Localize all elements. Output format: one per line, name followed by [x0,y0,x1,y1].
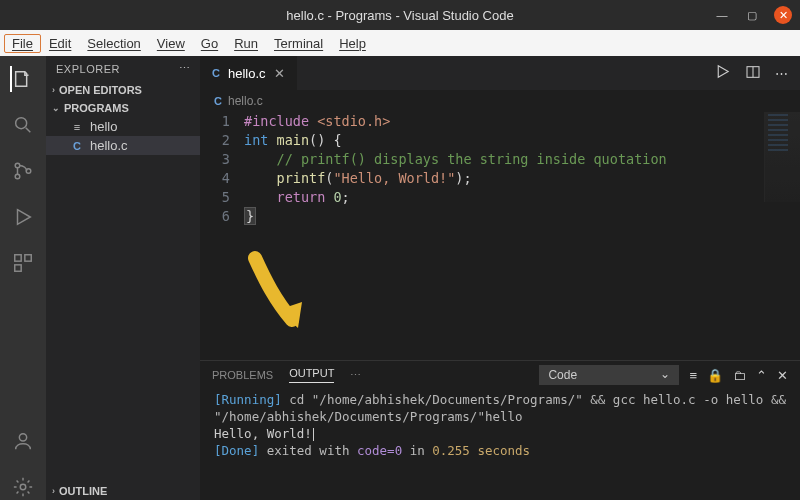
svg-point-0 [16,118,27,129]
panel-tabs-more-icon[interactable]: ⋯ [350,369,361,382]
window-controls: — ▢ ✕ [714,6,792,24]
search-icon[interactable] [10,112,36,138]
extensions-icon[interactable] [10,250,36,276]
tab-close-icon[interactable]: ✕ [274,66,285,81]
output-body[interactable]: [Running] cd "/home/abhishek/Documents/P… [200,385,800,465]
menu-view[interactable]: View [149,34,193,53]
c-file-icon: C [214,95,222,107]
accounts-icon[interactable] [10,428,36,454]
maximize-icon[interactable]: ▢ [744,7,760,23]
output-cursor [313,428,314,441]
menu-edit[interactable]: Edit [41,34,79,53]
line-gutter: 123456 [200,112,244,360]
menubar: File Edit Selection View Go Run Terminal… [0,30,800,56]
svg-point-1 [15,163,20,168]
sidebar-title: EXPLORER [56,63,120,75]
file-hello[interactable]: ≡hello [46,117,200,136]
panel-tab-output[interactable]: OUTPUT [289,367,334,383]
panel-close-icon[interactable]: ✕ [777,368,788,383]
run-debug-icon[interactable] [10,204,36,230]
sidebar: EXPLORER ⋯ ›OPEN EDITORS ⌄PROGRAMS ≡hell… [46,56,200,500]
explorer-icon[interactable] [10,66,36,92]
editor-more-icon[interactable]: ⋯ [775,66,788,81]
tab-hello-c[interactable]: C hello.c ✕ [200,56,298,90]
outline-section[interactable]: ›OUTLINE [46,482,200,500]
code-content[interactable]: #include <stdio.h>int main() { // printf… [244,112,800,360]
split-editor-icon[interactable] [745,64,761,83]
menu-go[interactable]: Go [193,34,226,53]
filter-icon[interactable]: ≡ [689,368,697,383]
lock-icon[interactable]: 🔒 [707,368,723,383]
minimap[interactable] [764,112,800,202]
svg-point-2 [15,174,20,179]
project-section[interactable]: ⌄PROGRAMS [46,99,200,117]
panel-tab-problems[interactable]: PROBLEMS [212,369,273,381]
file-hello-c[interactable]: Chello.c [46,136,200,155]
menu-terminal[interactable]: Terminal [266,34,331,53]
svg-rect-6 [15,265,21,271]
svg-rect-5 [25,255,31,261]
svg-point-8 [20,484,26,490]
menu-run[interactable]: Run [226,34,266,53]
settings-gear-icon[interactable] [10,474,36,500]
menu-file[interactable]: File [4,34,41,53]
c-file-icon: C [70,140,84,152]
clear-output-icon[interactable]: 🗀 [733,368,746,383]
menu-help[interactable]: Help [331,34,374,53]
titlebar: hello.c - Programs - Visual Studio Code … [0,0,800,30]
source-control-icon[interactable] [10,158,36,184]
activity-bar [0,56,46,500]
output-channel-dropdown[interactable]: Code [539,365,679,385]
window-title: hello.c - Programs - Visual Studio Code [286,8,513,23]
code-editor[interactable]: 123456 #include <stdio.h>int main() { //… [200,112,800,360]
open-editors-section[interactable]: ›OPEN EDITORS [46,81,200,99]
close-icon[interactable]: ✕ [774,6,792,24]
editor-area: C hello.c ✕ ⋯ C hello.c 123456 #include … [200,56,800,500]
chevron-up-icon[interactable]: ⌃ [756,368,767,383]
run-icon[interactable] [714,63,731,83]
svg-rect-4 [15,255,21,261]
svg-point-7 [19,434,26,441]
minimize-icon[interactable]: — [714,7,730,23]
bottom-panel: PROBLEMS OUTPUT ⋯ Code ≡ 🔒 🗀 ⌃ ✕ [Runnin… [200,360,800,500]
menu-selection[interactable]: Selection [79,34,148,53]
binary-file-icon: ≡ [70,121,84,133]
breadcrumb[interactable]: C hello.c [200,90,800,112]
sidebar-more-icon[interactable]: ⋯ [179,62,191,75]
editor-tabs: C hello.c ✕ ⋯ [200,56,800,90]
c-file-icon: C [212,67,220,79]
